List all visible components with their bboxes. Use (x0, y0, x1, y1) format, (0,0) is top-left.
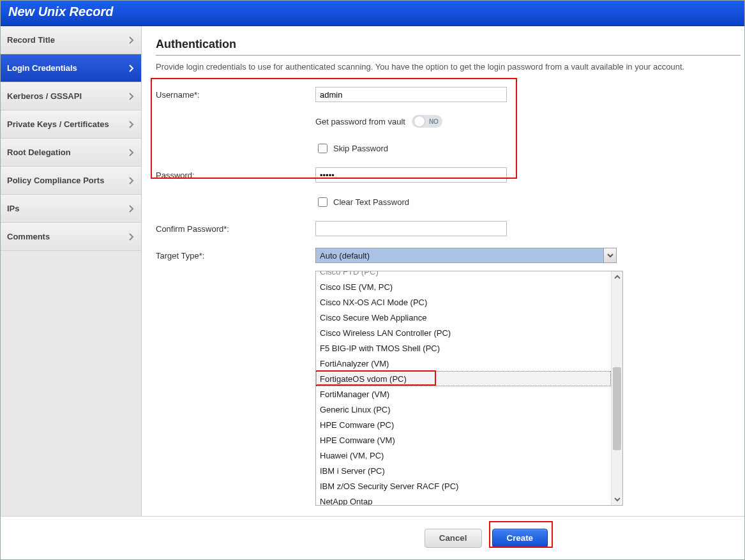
dropdown-option[interactable]: Cisco FTD (PC) (316, 271, 611, 279)
dropdown-option[interactable]: FortiManager (VM) (316, 386, 611, 402)
sidebar-item-comments[interactable]: Comments (1, 223, 141, 251)
create-button[interactable]: Create (492, 529, 548, 548)
dialog-body: Record Title Login Credentials Kerberos … (1, 26, 744, 516)
sidebar-item-record-title[interactable]: Record Title (1, 26, 141, 54)
target-type-select[interactable]: Auto (default) (315, 248, 617, 263)
dropdown-option[interactable]: NetApp Ontap (316, 494, 611, 505)
dropdown-option[interactable]: Cisco ISE (VM, PC) (316, 279, 611, 294)
chevron-right-icon (128, 64, 135, 73)
scrollbar[interactable] (611, 271, 622, 505)
dropdown-option[interactable]: Generic Linux (PC) (316, 402, 611, 417)
dialog-footer: Cancel Create (1, 516, 744, 559)
scroll-down-button[interactable] (612, 494, 622, 505)
dropdown-option[interactable]: Huawei (VM, PC) (316, 448, 611, 463)
section-description: Provide login credentials to use for aut… (156, 62, 741, 72)
confirm-password-input[interactable] (315, 221, 507, 236)
sidebar-item-label: Login Credentials (7, 63, 77, 73)
chevron-right-icon (128, 36, 135, 45)
dropdown-list: Cisco FTD (PC) Cisco ISE (VM, PC) Cisco … (316, 271, 611, 505)
section-title: Authentication (156, 38, 741, 56)
skip-password-checkbox[interactable] (318, 144, 327, 153)
sidebar-item-ips[interactable]: IPs (1, 195, 141, 223)
password-input[interactable] (315, 167, 507, 183)
toggle-no-text: NO (429, 118, 439, 125)
scroll-up-button[interactable] (612, 271, 622, 283)
chevron-right-icon (128, 120, 135, 129)
form-area: Username*: Get password from vault NO (156, 83, 741, 506)
target-type-dropdown: Cisco FTD (PC) Cisco ISE (VM, PC) Cisco … (315, 271, 623, 506)
chevron-right-icon (128, 148, 135, 157)
password-label: Password: (156, 170, 315, 180)
sidebar-item-label: Root Delegation (7, 148, 71, 157)
chevron-right-icon (128, 232, 135, 241)
dropdown-option[interactable]: F5 BIG-IP with TMOS Shell (PC) (316, 340, 611, 356)
dropdown-option[interactable]: HPE Comware (VM) (316, 432, 611, 448)
dropdown-option[interactable]: Cisco Wireless LAN Controller (PC) (316, 325, 611, 340)
sidebar-item-login-credentials[interactable]: Login Credentials (1, 54, 141, 82)
sidebar: Record Title Login Credentials Kerberos … (1, 26, 142, 516)
sidebar-item-label: IPs (7, 204, 20, 213)
vault-label: Get password from vault (315, 117, 405, 126)
target-type-value: Auto (default) (320, 251, 370, 261)
sidebar-item-label: Policy Compliance Ports (7, 176, 104, 185)
dropdown-option[interactable]: FortiAnalyzer (VM) (316, 356, 611, 371)
username-input[interactable] (315, 87, 507, 102)
chevron-up-icon (614, 275, 621, 280)
dialog-title: New Unix Record (1, 1, 744, 26)
cleartext-label: Clear Text Password (333, 197, 409, 207)
main-panel: Authentication Provide login credentials… (142, 26, 744, 516)
cleartext-checkbox[interactable] (318, 197, 327, 207)
dropdown-option[interactable]: IBM z/OS Security Server RACF (PC) (316, 478, 611, 494)
chevron-down-icon (614, 497, 621, 502)
sidebar-item-policy-ports[interactable]: Policy Compliance Ports (1, 167, 141, 195)
chevron-down-icon (607, 253, 613, 258)
dropdown-option[interactable]: IBM i Server (PC) (316, 463, 611, 478)
dropdown-option[interactable]: Cisco NX-OS ACI Mode (PC) (316, 294, 611, 310)
dropdown-option-fortigate[interactable]: FortigateOS vdom (PC) (316, 371, 611, 386)
sidebar-item-label: Comments (7, 232, 50, 241)
scrollbar-thumb[interactable] (613, 367, 621, 450)
sidebar-item-label: Kerberos / GSSAPI (7, 91, 82, 101)
chevron-right-icon (128, 204, 135, 213)
dropdown-button[interactable] (603, 248, 616, 262)
chevron-right-icon (128, 176, 135, 185)
dialog-frame: New Unix Record Record Title Login Crede… (0, 0, 745, 560)
sidebar-item-private-keys[interactable]: Private Keys / Certificates (1, 110, 141, 139)
sidebar-item-label: Record Title (7, 35, 55, 45)
chevron-right-icon (128, 92, 135, 101)
sidebar-item-label: Private Keys / Certificates (7, 119, 109, 129)
toggle-knob (414, 116, 425, 126)
sidebar-item-root-delegation[interactable]: Root Delegation (1, 139, 141, 167)
skip-password-label: Skip Password (333, 144, 388, 153)
sidebar-item-kerberos[interactable]: Kerberos / GSSAPI (1, 82, 141, 110)
dropdown-option[interactable]: Cisco Secure Web Appliance (316, 310, 611, 325)
username-label: Username*: (156, 90, 315, 100)
target-type-label: Target Type*: (156, 251, 315, 261)
vault-toggle[interactable]: NO (412, 115, 442, 128)
confirm-password-label: Confirm Password*: (156, 224, 315, 234)
cancel-button[interactable]: Cancel (425, 529, 482, 548)
dropdown-option[interactable]: HPE Comware (PC) (316, 417, 611, 432)
